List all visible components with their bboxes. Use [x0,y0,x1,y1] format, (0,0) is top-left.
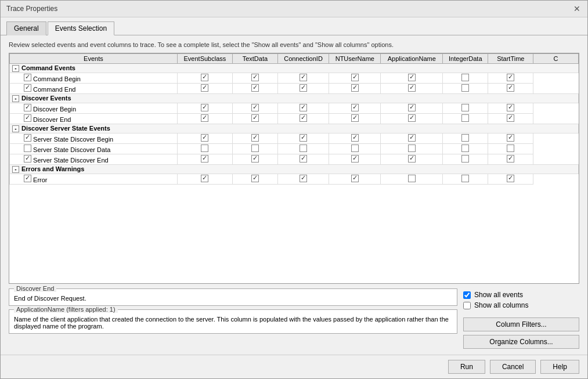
tab-events-selection[interactable]: Events Selection [48,21,114,35]
col-checkbox[interactable] [351,74,359,81]
row-checkbox[interactable] [24,145,31,152]
events-table-container: Events EventSubclass TextData Connection… [9,53,579,284]
col-checkbox[interactable] [408,155,416,163]
column-checkbox-cell [381,144,443,154]
column-checkbox-cell [329,73,381,84]
help-button[interactable]: Help [540,360,579,374]
col-checkbox[interactable] [507,74,514,81]
table-scroll[interactable]: Events EventSubclass TextData Connection… [9,53,579,283]
col-checkbox[interactable] [351,175,359,182]
col-checkbox[interactable] [251,145,259,152]
col-checkbox[interactable] [461,155,469,163]
row-checkbox[interactable] [24,104,31,111]
col-checkbox[interactable] [300,145,307,152]
run-button[interactable]: Run [448,360,485,374]
group-row: -Discover Server State Events [10,124,579,133]
row-checkbox[interactable] [24,74,31,81]
column-checkbox-cell [443,133,488,144]
col-checkbox[interactable] [201,74,208,81]
col-checkbox[interactable] [461,104,469,111]
group-toggle[interactable]: - [12,65,19,72]
col-checkbox[interactable] [251,114,259,122]
col-checkbox[interactable] [351,155,359,163]
column-checkbox-cell [329,154,381,165]
col-checkbox[interactable] [251,175,259,182]
col-checkbox[interactable] [201,155,208,163]
col-checkbox[interactable] [507,134,514,142]
table-row: Discover Begin [10,103,579,114]
cancel-button[interactable]: Cancel [490,360,536,374]
col-checkbox[interactable] [408,74,416,81]
group-toggle[interactable]: - [12,95,19,102]
col-checkbox[interactable] [300,84,307,92]
row-checkbox[interactable] [24,175,31,182]
col-checkbox[interactable] [300,155,307,163]
column-checkbox-cell [381,133,443,144]
col-checkbox[interactable] [461,84,469,92]
col-checkbox[interactable] [201,84,208,92]
column-filters-button[interactable]: Column Filters... [463,317,579,331]
col-checkbox[interactable] [461,145,469,152]
tab-general[interactable]: General [6,21,46,35]
col-checkbox[interactable] [300,134,307,142]
col-checkbox[interactable] [251,84,259,92]
col-checkbox[interactable] [201,175,208,182]
col-ntusername: NTUserName [329,54,381,64]
col-checkbox[interactable] [461,114,469,122]
col-checkbox[interactable] [408,114,416,122]
column-checkbox-cell [277,144,329,154]
row-checkbox[interactable] [24,114,31,122]
col-checkbox[interactable] [351,84,359,92]
col-checkbox[interactable] [251,134,259,142]
show-all-events-checkbox[interactable] [463,291,471,299]
col-checkbox[interactable] [351,134,359,142]
col-applicationname: ApplicationName [381,54,443,64]
group-toggle[interactable]: - [12,166,19,173]
col-checkbox[interactable] [351,145,359,152]
col-checkbox[interactable] [300,74,307,81]
column-checkbox-cell [277,154,329,165]
show-all-events-label[interactable]: Show all events [474,291,523,299]
group-toggle[interactable]: - [12,125,19,132]
col-checkbox[interactable] [300,114,307,122]
show-all-columns-checkbox[interactable] [463,302,471,309]
col-checkbox[interactable] [201,145,208,152]
column-checkbox-cell [488,84,533,94]
column-checkbox-cell [443,144,488,154]
col-checkbox[interactable] [300,175,307,182]
col-checkbox[interactable] [251,155,259,163]
show-all-columns-label[interactable]: Show all columns [474,301,528,309]
col-checkbox[interactable] [201,114,208,122]
col-checkbox[interactable] [507,104,514,111]
col-checkbox[interactable] [507,155,514,163]
col-checkbox[interactable] [408,145,416,152]
col-checkbox[interactable] [461,134,469,142]
col-checkbox[interactable] [300,104,307,111]
column-checkbox-cell [329,103,381,114]
col-checkbox[interactable] [507,84,514,92]
col-checkbox[interactable] [408,104,416,111]
col-checkbox[interactable] [251,104,259,111]
col-connectionid: ConnectionID [277,54,329,64]
column-checkbox-cell [381,174,443,185]
col-checkbox[interactable] [251,74,259,81]
row-checkbox[interactable] [24,84,31,92]
row-checkbox[interactable] [24,134,31,142]
col-checkbox[interactable] [507,175,514,182]
col-checkbox[interactable] [351,104,359,111]
col-checkbox[interactable] [461,74,469,81]
col-checkbox[interactable] [201,104,208,111]
description-text: Review selected events and event columns… [9,41,579,48]
col-checkbox[interactable] [408,175,416,182]
col-checkbox[interactable] [408,84,416,92]
col-checkbox[interactable] [461,175,469,182]
close-button[interactable]: ✕ [572,4,582,13]
col-checkbox[interactable] [408,134,416,142]
col-checkbox[interactable] [507,145,514,152]
row-checkbox[interactable] [24,155,31,163]
col-checkbox[interactable] [201,134,208,142]
col-checkbox[interactable] [351,114,359,122]
organize-columns-button[interactable]: Organize Columns... [463,335,579,349]
show-options: Show all events Show all columns [463,288,579,314]
col-checkbox[interactable] [507,114,514,122]
